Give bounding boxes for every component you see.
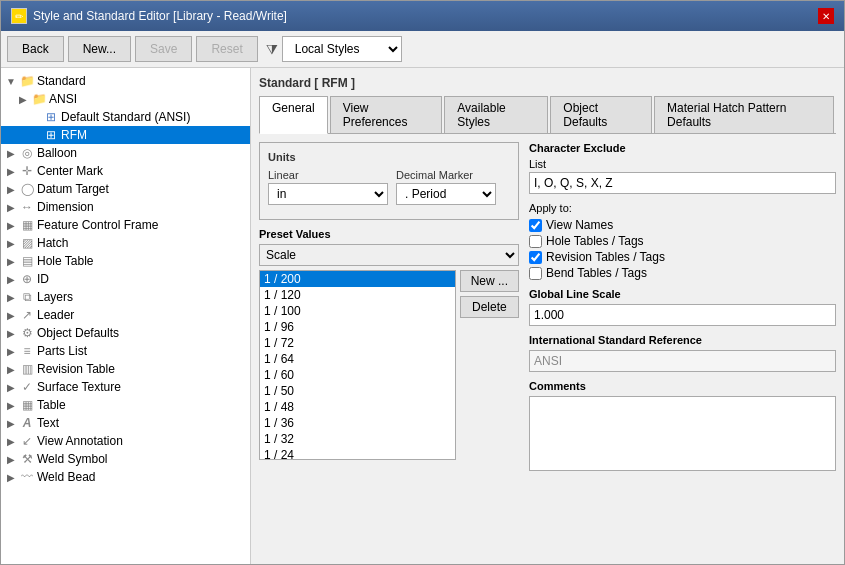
comments-section: Comments — [529, 380, 836, 474]
preset-type-select[interactable]: ScaleLengthAngle — [259, 244, 519, 266]
reset-button[interactable]: Reset — [196, 36, 257, 62]
list-item-10[interactable]: 1 / 32 — [260, 431, 455, 447]
left-tree-panel: ▼ 📁 Standard ▶ 📁 ANSI ⊞ Default Standard… — [1, 68, 251, 564]
tree-item-weld-bead[interactable]: ▶ 〰 Weld Bead — [1, 468, 250, 486]
styles-dropdown[interactable]: Local StylesLibrary StylesAll Styles — [282, 36, 402, 62]
apply-hole-tables-row: Hole Tables / Tags — [529, 234, 836, 248]
icon-view-annotation: ↙ — [19, 433, 35, 449]
back-button[interactable]: Back — [7, 36, 64, 62]
expand-icon-hatch: ▶ — [5, 238, 17, 249]
tree-item-object-defaults[interactable]: ▶ ⚙ Object Defaults — [1, 324, 250, 342]
decimal-select[interactable]: . Period, Comma — [396, 183, 496, 205]
tree-item-balloon[interactable]: ▶ ◎ Balloon — [1, 144, 250, 162]
close-button[interactable]: ✕ — [818, 8, 834, 24]
new-button[interactable]: New... — [68, 36, 131, 62]
save-button[interactable]: Save — [135, 36, 192, 62]
linear-label: Linear — [268, 169, 388, 181]
tab-object-defaults[interactable]: Object Defaults — [550, 96, 652, 133]
list-item-9[interactable]: 1 / 36 — [260, 415, 455, 431]
list-item-5[interactable]: 1 / 64 — [260, 351, 455, 367]
expand-icon-hole-table: ▶ — [5, 256, 17, 267]
global-line-scale-input[interactable] — [529, 304, 836, 326]
label-default-standard: Default Standard (ANSI) — [61, 110, 190, 124]
linear-select[interactable]: inmmcmft — [268, 183, 388, 205]
tree-item-rfm[interactable]: ⊞ RFM — [1, 126, 250, 144]
icon-layers: ⧉ — [19, 289, 35, 305]
label-hole-tables: Hole Tables / Tags — [546, 234, 644, 248]
checkbox-view-names[interactable] — [529, 219, 542, 232]
app-icon: ✏ — [11, 8, 27, 24]
preset-new-button[interactable]: New ... — [460, 270, 519, 292]
right-section: Character Exclude List Apply to: View Na… — [529, 142, 836, 556]
expand-icon-surface-texture: ▶ — [5, 382, 17, 393]
list-item-6[interactable]: 1 / 60 — [260, 367, 455, 383]
tree-item-id[interactable]: ▶ ⊕ ID — [1, 270, 250, 288]
tree-item-table[interactable]: ▶ ▦ Table — [1, 396, 250, 414]
preset-label: Preset Values — [259, 228, 519, 240]
expand-icon-weld-bead: ▶ — [5, 472, 17, 483]
list-item-3[interactable]: 1 / 96 — [260, 319, 455, 335]
label-view-annotation: View Annotation — [37, 434, 123, 448]
tree-item-hole-table[interactable]: ▶ ▤ Hole Table — [1, 252, 250, 270]
tree-item-leader[interactable]: ▶ ↗ Leader — [1, 306, 250, 324]
tree-item-text[interactable]: ▶ A Text — [1, 414, 250, 432]
filter-icon[interactable]: ⧩ — [266, 41, 278, 58]
icon-hatch: ▨ — [19, 235, 35, 251]
window-title: Style and Standard Editor [Library - Rea… — [33, 9, 287, 23]
tab-material-hatch[interactable]: Material Hatch Pattern Defaults — [654, 96, 834, 133]
left-section: Units Linear inmmcmft Decimal Marker . P… — [259, 142, 519, 556]
units-group: Units Linear inmmcmft Decimal Marker . P… — [259, 142, 519, 220]
apply-view-names-row: View Names — [529, 218, 836, 232]
units-form-row: Linear inmmcmft Decimal Marker . Period,… — [268, 169, 510, 205]
label-center-mark: Center Mark — [37, 164, 103, 178]
tree-item-ansi[interactable]: ▶ 📁 ANSI — [1, 90, 250, 108]
label-revision-tables: Revision Tables / Tags — [546, 250, 665, 264]
expand-icon-table: ▶ — [5, 400, 17, 411]
tab-general[interactable]: General — [259, 96, 328, 134]
label-ansi: ANSI — [49, 92, 77, 106]
tree-item-default-standard[interactable]: ⊞ Default Standard (ANSI) — [1, 108, 250, 126]
preset-delete-button[interactable]: Delete — [460, 296, 519, 318]
char-list-label: List — [529, 158, 836, 170]
label-dimension: Dimension — [37, 200, 94, 214]
tab-available-styles[interactable]: Available Styles — [444, 96, 548, 133]
list-item-11[interactable]: 1 / 24 — [260, 447, 455, 460]
comments-textarea[interactable] — [529, 396, 836, 471]
toolbar: Back New... Save Reset ⧩ Local StylesLib… — [1, 31, 844, 68]
checkbox-bend-tables[interactable] — [529, 267, 542, 280]
tree-item-center-mark[interactable]: ▶ ✛ Center Mark — [1, 162, 250, 180]
tree-item-surface-texture[interactable]: ▶ ✓ Surface Texture — [1, 378, 250, 396]
expand-icon-dimension: ▶ — [5, 202, 17, 213]
tree-item-weld-symbol[interactable]: ▶ ⚒ Weld Symbol — [1, 450, 250, 468]
tree-item-fcf[interactable]: ▶ ▦ Feature Control Frame — [1, 216, 250, 234]
tree-item-parts-list[interactable]: ▶ ≡ Parts List — [1, 342, 250, 360]
list-item-7[interactable]: 1 / 50 — [260, 383, 455, 399]
char-exclude-input[interactable] — [529, 172, 836, 194]
tree-item-hatch[interactable]: ▶ ▨ Hatch — [1, 234, 250, 252]
label-revision-table: Revision Table — [37, 362, 115, 376]
list-item-2[interactable]: 1 / 100 — [260, 303, 455, 319]
apply-to-label: Apply to: — [529, 202, 836, 214]
tree-item-revision-table[interactable]: ▶ ▥ Revision Table — [1, 360, 250, 378]
list-item-0[interactable]: 1 / 200 — [260, 271, 455, 287]
list-item-8[interactable]: 1 / 48 — [260, 399, 455, 415]
list-item-1[interactable]: 1 / 120 — [260, 287, 455, 303]
tree-item-standard[interactable]: ▼ 📁 Standard — [1, 72, 250, 90]
intl-standard-input[interactable] — [529, 350, 836, 372]
icon-balloon: ◎ — [19, 145, 35, 161]
checkbox-hole-tables[interactable] — [529, 235, 542, 248]
tree-item-dimension[interactable]: ▶ ↔ Dimension — [1, 198, 250, 216]
main-window: ✏ Style and Standard Editor [Library - R… — [0, 0, 845, 565]
label-hatch: Hatch — [37, 236, 68, 250]
tree-item-datum-target[interactable]: ▶ ◯ Datum Target — [1, 180, 250, 198]
preset-list-box[interactable]: 1 / 200 1 / 120 1 / 100 1 / 96 1 / 72 1 … — [259, 270, 456, 460]
preset-dropdown-row: ScaleLengthAngle — [259, 244, 519, 266]
tree-item-view-annotation[interactable]: ▶ ↙ View Annotation — [1, 432, 250, 450]
checkbox-revision-tables[interactable] — [529, 251, 542, 264]
list-item-4[interactable]: 1 / 72 — [260, 335, 455, 351]
tab-view-preferences[interactable]: View Preferences — [330, 96, 443, 133]
icon-revision-table: ▥ — [19, 361, 35, 377]
expand-icon-id: ▶ — [5, 274, 17, 285]
tree-item-layers[interactable]: ▶ ⧉ Layers — [1, 288, 250, 306]
icon-weld-symbol: ⚒ — [19, 451, 35, 467]
